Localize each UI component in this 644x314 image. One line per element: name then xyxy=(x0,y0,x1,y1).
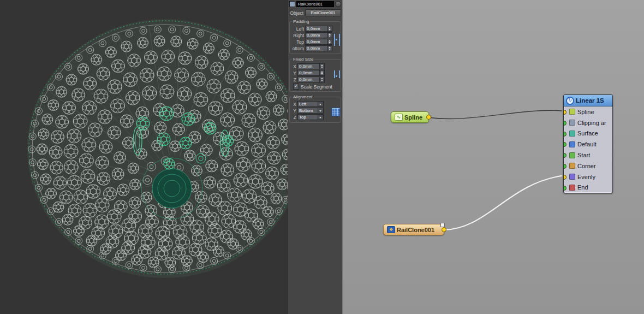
padding-group: Padding Left 0,0mm Right 0,0mm Top 0,0mm… xyxy=(289,21,341,54)
fixed-size-z-label: Z xyxy=(291,77,296,82)
application-window: RailClone001 Object RailClone001 Padding… xyxy=(0,0,644,314)
scale-segment-label: Scale Segment xyxy=(301,84,332,90)
wire-railclone-to-evenly[interactable] xyxy=(444,176,562,230)
padding-link-icon[interactable] xyxy=(334,34,340,46)
slot-surface[interactable]: Surface xyxy=(564,128,612,139)
alignment-z-dropdown[interactable]: Top xyxy=(297,114,324,120)
command-panel: RailClone001 Object RailClone001 Padding… xyxy=(288,0,342,314)
fixed-size-y-label: Y xyxy=(291,70,296,76)
fixed-size-group-title: Fixed Size xyxy=(292,57,314,62)
slot-spline-icon xyxy=(569,109,575,115)
slot-start[interactable]: Start xyxy=(564,150,612,161)
railclone-node[interactable]: ❖ RailClone001 xyxy=(383,224,444,235)
slot-clipping-icon xyxy=(569,120,575,126)
padding-top-spinner[interactable]: 0,0mm xyxy=(305,39,332,45)
slot-default-icon xyxy=(569,141,575,147)
railclone-node-icon: ❖ xyxy=(387,226,395,233)
pin-button[interactable] xyxy=(335,1,341,7)
linear-node-title: Linear 1S xyxy=(576,97,604,104)
fixed-size-link-icon[interactable] xyxy=(334,70,340,78)
alignment-y-label: Y xyxy=(291,108,296,114)
padding-bottom-label: ottom xyxy=(291,46,304,51)
slot-corner[interactable]: Corner xyxy=(564,161,612,171)
modifier-stack-row: RailClone001 xyxy=(289,1,341,7)
fixed-size-z-spinner[interactable]: 0,0mm xyxy=(297,76,325,82)
padding-left-label: Left xyxy=(291,26,304,32)
viewport-3d[interactable] xyxy=(0,0,288,314)
object-color-swatch[interactable] xyxy=(289,1,295,7)
port-evenly-dot[interactable] xyxy=(564,175,567,180)
spinner-arrows-icon[interactable] xyxy=(327,39,332,44)
viewport-wireframe xyxy=(0,0,288,314)
fixed-size-x-spinner[interactable]: 0,0mm xyxy=(297,63,325,69)
padding-top-label: Top xyxy=(291,39,304,45)
port-corner-dot[interactable] xyxy=(564,164,567,169)
slot-default[interactable]: Default xyxy=(564,139,612,150)
spinner-arrows-icon[interactable] xyxy=(319,77,324,82)
slot-end-icon xyxy=(569,185,575,191)
alignment-x-dropdown[interactable]: Left xyxy=(297,101,324,107)
railclone-node-badge xyxy=(440,223,445,227)
fixed-size-group: Fixed Size X 0,0mm Y 0,0mm Z 0,0mm ✓ Sca… xyxy=(289,59,341,92)
padding-left-spinner[interactable]: 0,0mm xyxy=(305,26,332,32)
alignment-grid-icon[interactable] xyxy=(331,108,340,116)
object-picker-button[interactable]: RailClone001 xyxy=(305,9,341,16)
port-clipping-dot[interactable] xyxy=(564,121,567,126)
spline-node[interactable]: ∿ Spline xyxy=(391,111,429,123)
spinner-arrows-icon[interactable] xyxy=(327,26,332,31)
alignment-group: Alignment X Left Y Bottom Z Top xyxy=(289,97,341,123)
padding-group-title: Padding xyxy=(292,19,310,24)
spline-output-port[interactable] xyxy=(426,115,431,120)
port-end-dot[interactable] xyxy=(564,186,567,191)
spline-node-label: Spline xyxy=(404,114,422,121)
slot-surface-icon xyxy=(569,131,575,137)
alignment-y-dropdown[interactable]: Bottom xyxy=(297,108,324,114)
slot-evenly-icon xyxy=(569,174,575,180)
linear-node-header[interactable]: ↻ Linear 1S xyxy=(564,95,612,106)
chevron-down-icon[interactable] xyxy=(318,108,323,113)
style-editor-canvas[interactable]: ∿ Spline ❖ RailClone001 ↻ Linear 1S Spli… xyxy=(342,0,644,314)
spinner-arrows-icon[interactable] xyxy=(319,70,324,75)
spinner-arrows-icon[interactable] xyxy=(327,46,332,51)
port-surface-dot[interactable] xyxy=(564,132,567,137)
slot-evenly[interactable]: Evenly xyxy=(564,171,612,182)
port-default-dot[interactable] xyxy=(564,142,567,147)
fixed-size-y-spinner[interactable]: 0,0mm xyxy=(297,70,325,76)
wire-spline-to-linear[interactable] xyxy=(428,110,562,119)
spline-node-icon: ∿ xyxy=(395,114,403,121)
spinner-arrows-icon[interactable] xyxy=(327,33,332,38)
padding-right-label: Right xyxy=(291,33,304,38)
port-spline-dot[interactable] xyxy=(564,110,567,115)
slot-end[interactable]: End xyxy=(564,182,612,193)
modifier-stack-field[interactable]: RailClone001 xyxy=(296,1,334,7)
slot-spline[interactable]: Spline xyxy=(564,106,612,117)
slot-clipping-area[interactable]: Clipping ar xyxy=(564,117,612,128)
spinner-arrows-icon[interactable] xyxy=(319,64,324,69)
port-start-dot[interactable] xyxy=(564,153,567,158)
railclone-node-label: RailClone001 xyxy=(397,227,434,233)
railclone-output-port[interactable] xyxy=(442,227,446,232)
fixed-size-x-label: X xyxy=(291,64,296,69)
slot-start-icon xyxy=(569,152,575,158)
padding-right-spinner[interactable]: 0,0mm xyxy=(305,32,332,38)
chevron-down-icon[interactable] xyxy=(318,102,323,106)
alignment-group-title: Alignment xyxy=(292,94,314,99)
object-row: Object RailClone001 xyxy=(289,9,341,16)
object-label: Object xyxy=(289,10,303,16)
padding-bottom-spinner[interactable]: 0,0mm xyxy=(305,45,332,51)
alignment-z-label: Z xyxy=(291,115,296,120)
linear-node-icon: ↻ xyxy=(566,97,574,105)
scale-segment-checkbox[interactable]: ✓ xyxy=(293,84,299,90)
slot-corner-icon xyxy=(569,163,575,169)
chevron-down-icon[interactable] xyxy=(318,115,323,120)
linear-generator-node[interactable]: ↻ Linear 1S Spline Clipping ar Surface D… xyxy=(563,94,613,193)
alignment-x-label: X xyxy=(291,102,296,107)
